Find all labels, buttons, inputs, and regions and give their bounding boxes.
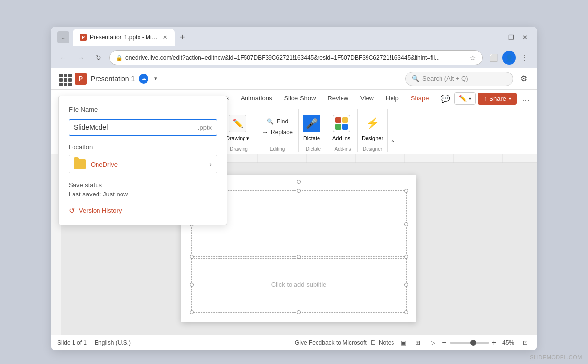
- version-history-button[interactable]: ↺ Version History: [69, 206, 217, 215]
- profile-button[interactable]: 👤: [502, 51, 516, 65]
- dictate-group: 🎤 Dictate Dictate: [299, 109, 328, 152]
- maximize-button[interactable]: ❐: [505, 31, 517, 43]
- comment-button[interactable]: 💬: [439, 92, 452, 105]
- zoom-controls: − +: [442, 339, 496, 347]
- minimize-button[interactable]: —: [491, 31, 503, 43]
- zoom-out-button[interactable]: −: [442, 339, 446, 347]
- notes-button[interactable]: 🗒 Notes: [370, 339, 394, 346]
- drawing-expand-icon: ▾: [246, 135, 249, 142]
- slide-info: Slide 1 of 1: [57, 340, 87, 346]
- location-name: OneDrive: [91, 161, 204, 168]
- last-saved-text: Last saved: Just now: [69, 191, 217, 198]
- location-row[interactable]: OneDrive ›: [69, 155, 217, 173]
- tab-shape[interactable]: Shape: [405, 92, 435, 106]
- editing-group: 🔍 Find ↔ Replace Editing: [256, 109, 299, 152]
- folder-icon: [74, 159, 86, 169]
- share-dropdown-icon: ▾: [509, 96, 511, 101]
- app-search-box[interactable]: 🔍 Search (Alt + Q): [405, 72, 513, 86]
- designer-label: Designer: [362, 135, 383, 141]
- powerpoint-favicon: P: [80, 34, 87, 41]
- lock-icon: 🔒: [116, 55, 122, 61]
- replace-button[interactable]: ↔ Replace: [260, 128, 294, 137]
- handle-top-right[interactable]: [404, 189, 408, 193]
- status-bar: Slide 1 of 1 English (U.S.) Give Feedbac…: [51, 335, 537, 350]
- address-bar[interactable]: 🔒 onedrive.live.com/edit?action=editnew&…: [109, 50, 483, 65]
- reading-view-button[interactable]: ▷: [427, 338, 438, 348]
- cloud-save-badge[interactable]: ☁: [139, 74, 148, 84]
- tab-review[interactable]: Review: [321, 92, 354, 106]
- slidemodel-credit: SLIDEMODEL.COM: [530, 354, 582, 360]
- tab-animations[interactable]: Animations: [235, 92, 278, 106]
- title-dropdown-button[interactable]: ▾: [152, 74, 159, 83]
- subtitle-handle-ml[interactable]: [190, 283, 194, 287]
- forward-button[interactable]: →: [74, 51, 88, 65]
- language-info: English (U.S.): [95, 340, 131, 346]
- new-tab-button[interactable]: +: [177, 30, 188, 45]
- location-label: Location: [69, 144, 217, 151]
- active-browser-tab[interactable]: P Presentation 1.pptx - Microsoft ✕: [73, 29, 175, 46]
- rotate-handle[interactable]: [297, 180, 301, 184]
- collapse-ribbon-button[interactable]: ⌃: [388, 139, 397, 148]
- extensions-button[interactable]: ⬜: [487, 51, 500, 65]
- pen-dropdown: ▾: [469, 96, 471, 101]
- url-text: onedrive.live.com/edit?action=editnew&id…: [125, 54, 467, 61]
- subtitle-handle-mr[interactable]: [404, 283, 408, 287]
- save-status-label: Save status: [69, 181, 217, 189]
- normal-view-button[interactable]: ▣: [398, 338, 409, 348]
- version-history-icon: ↺: [69, 206, 75, 215]
- zoom-slider[interactable]: [450, 342, 489, 344]
- settings-button[interactable]: ⚙: [517, 72, 531, 86]
- drawing-area-button[interactable]: ✏️: [229, 115, 246, 132]
- tab-help[interactable]: Help: [380, 92, 405, 106]
- handle-top-center[interactable]: [297, 189, 301, 193]
- notes-label: Notes: [379, 340, 394, 346]
- dictate-group-label: Dictate: [306, 145, 321, 152]
- replace-icon: ↔: [262, 129, 268, 136]
- file-name-input[interactable]: SlideModel .pptx: [69, 119, 217, 136]
- drawing-label[interactable]: Drawing ▾: [226, 135, 249, 142]
- close-button[interactable]: ✕: [519, 31, 531, 43]
- refresh-button[interactable]: ↻: [92, 51, 105, 65]
- browser-menu-button[interactable]: ⋮: [518, 51, 532, 65]
- dictate-label: Dictate: [303, 135, 320, 141]
- zoom-in-button[interactable]: +: [492, 339, 496, 347]
- zoom-level[interactable]: 45%: [500, 340, 516, 346]
- close-tab-button[interactable]: ✕: [161, 34, 168, 41]
- feedback-link[interactable]: Give Feedback to Microsoft: [295, 340, 367, 346]
- addins-label: Add-ins: [332, 135, 350, 141]
- addins-button[interactable]: [333, 115, 350, 132]
- dictate-button[interactable]: 🎤: [303, 115, 320, 132]
- find-label: Find: [277, 118, 288, 125]
- find-button[interactable]: 🔍 Find: [265, 117, 290, 126]
- subtitle-handle-tc[interactable]: [297, 255, 301, 259]
- back-button[interactable]: ←: [56, 51, 70, 65]
- tab-view[interactable]: View: [354, 92, 380, 106]
- zoom-slider-thumb[interactable]: [470, 340, 476, 346]
- designer-group-label: Designer: [363, 145, 382, 152]
- version-history-label: Version History: [79, 207, 122, 214]
- file-name-value: SlideModel: [74, 123, 108, 131]
- subtitle-handle-br[interactable]: [404, 310, 408, 314]
- apps-grid-button[interactable]: [57, 72, 71, 86]
- subtitle-handle-bc[interactable]: [297, 310, 301, 314]
- file-info-popup: File Name SlideModel .pptx Location OneD…: [58, 96, 227, 225]
- subtitle-placeholder[interactable]: Click to add subtitle: [191, 256, 407, 313]
- notes-icon: 🗒: [370, 339, 377, 346]
- share-button[interactable]: ↑ Share ▾: [478, 93, 517, 105]
- fit-slide-button[interactable]: ⊡: [520, 338, 531, 348]
- handle-middle-right[interactable]: [404, 222, 408, 226]
- subtitle-handle-bl[interactable]: [190, 310, 194, 314]
- editing-group-label: Editing: [270, 145, 285, 152]
- tab-list-button[interactable]: ⌄: [57, 31, 69, 43]
- tab-title: Presentation 1.pptx - Microsoft: [90, 34, 158, 41]
- tab-slideshow[interactable]: Slide Show: [278, 92, 321, 106]
- ribbon-more-button[interactable]: …: [519, 92, 533, 105]
- pen-button[interactable]: ✏️ ▾: [454, 92, 476, 105]
- subtitle-handle-tr[interactable]: [404, 255, 408, 259]
- pen-icon: ✏️: [459, 95, 467, 102]
- file-extension: .pptx: [198, 124, 212, 131]
- subtitle-handle-tl[interactable]: [190, 255, 194, 259]
- slide-sorter-button[interactable]: ⊞: [413, 338, 423, 348]
- designer-button[interactable]: ⚡: [364, 115, 381, 132]
- bookmark-icon[interactable]: ☆: [470, 54, 476, 62]
